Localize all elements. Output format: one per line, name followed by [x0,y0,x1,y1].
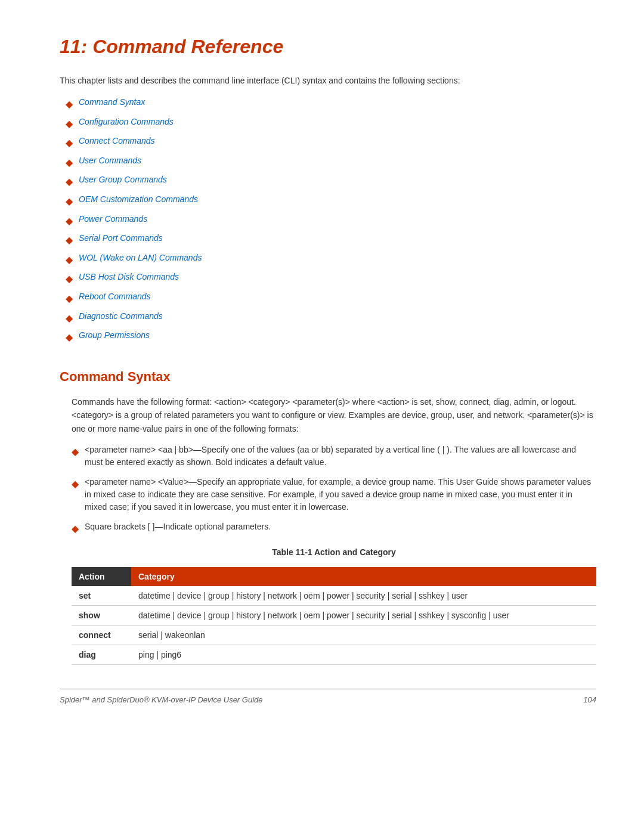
toc-item-5[interactable]: ◆ OEM Customization Commands [66,193,596,209]
syntax-bullet-0: ◆ [72,445,79,459]
toc-item-10[interactable]: ◆ Reboot Commands [66,290,596,306]
toc-bullet-9: ◆ [66,271,73,287]
toc-item-7[interactable]: ◆ Serial Port Commands [66,231,596,248]
toc-link-10[interactable]: Reboot Commands [79,290,151,303]
toc-bullet-6: ◆ [66,213,73,229]
table-header-action: Action [72,567,131,586]
syntax-bullet-1: ◆ [72,477,79,491]
syntax-bullet-text-1: <parameter name> <Value>—Specify an appr… [85,476,596,513]
table-caption: Table 11-1 Action and Category [72,546,596,559]
table-cell-category-2: serial | wakeonlan [131,625,596,645]
toc-bullet-7: ◆ [66,233,73,248]
footer-divider [60,689,596,689]
toc-item-1[interactable]: ◆ Configuration Commands [66,115,596,132]
toc-bullet-10: ◆ [66,291,73,306]
toc-item-9[interactable]: ◆ USB Host Disk Commands [66,270,596,287]
toc-link-1[interactable]: Configuration Commands [79,115,174,128]
toc-bullet-4: ◆ [66,174,73,190]
toc-link-6[interactable]: Power Commands [79,212,147,225]
syntax-bullet-item-0: ◆ <parameter name> <aa | bb>—Specify one… [72,444,596,469]
toc-bullet-8: ◆ [66,252,73,268]
table-cell-action-2: connect [72,625,131,645]
table-cell-category-1: datetime | device | group | history | ne… [131,606,596,625]
table-row: diag ping | ping6 [72,645,596,665]
toc-bullet-3: ◆ [66,155,73,171]
toc-link-3[interactable]: User Commands [79,154,141,167]
toc-bullet-2: ◆ [66,135,73,151]
footer-right: 104 [583,695,596,704]
toc-link-4[interactable]: User Group Commands [79,173,167,186]
toc-item-12[interactable]: ◆ Group Permissions [66,329,596,345]
toc-bullet-0: ◆ [66,97,73,112]
table-header-row: Action Category [72,567,596,586]
table-cell-action-0: set [72,586,131,606]
table-cell-category-3: ping | ping6 [131,645,596,665]
table-cell-action-3: diag [72,645,131,665]
syntax-bullet-item-2: ◆ Square brackets [ ]—Indicate optional … [72,521,596,536]
chapter-intro: This chapter lists and describes the com… [60,75,596,87]
footer-left: Spider™ and SpiderDuo® KVM-over-IP Devic… [60,695,263,704]
command-syntax-title: Command Syntax [60,369,596,385]
table-row: connect serial | wakeonlan [72,625,596,645]
toc-link-8[interactable]: WOL (Wake on LAN) Commands [79,251,202,264]
table-header-category: Category [131,567,596,586]
toc-link-0[interactable]: Command Syntax [79,95,145,109]
syntax-bullet-text-2: Square brackets [ ]—Indicate optional pa… [85,521,271,533]
command-syntax-body: Commands have the following format: <act… [72,395,596,665]
table-cell-action-1: show [72,606,131,625]
table-cell-category-0: datetime | device | group | history | ne… [131,586,596,606]
command-syntax-description: Commands have the following format: <act… [72,395,596,435]
table-row: set datetime | device | group | history … [72,586,596,606]
toc-bullet-11: ◆ [66,311,73,326]
syntax-bullet-list: ◆ <parameter name> <aa | bb>—Specify one… [72,444,596,536]
toc-bullet-1: ◆ [66,116,73,132]
syntax-bullet-text-0: <parameter name> <aa | bb>—Specify one o… [85,444,596,469]
toc-item-4[interactable]: ◆ User Group Commands [66,173,596,190]
syntax-bullet-2: ◆ [72,522,79,536]
toc-item-0[interactable]: ◆ Command Syntax [66,95,596,112]
toc-link-12[interactable]: Group Permissions [79,329,150,342]
action-category-table: Action Category set datetime | device | … [72,567,596,665]
toc-item-6[interactable]: ◆ Power Commands [66,212,596,229]
toc-item-2[interactable]: ◆ Connect Commands [66,134,596,151]
toc-list: ◆ Command Syntax ◆ Configuration Command… [66,95,596,345]
toc-link-7[interactable]: Serial Port Commands [79,231,163,244]
toc-bullet-12: ◆ [66,330,73,345]
toc-item-8[interactable]: ◆ WOL (Wake on LAN) Commands [66,251,596,268]
toc-bullet-5: ◆ [66,194,73,209]
toc-link-9[interactable]: USB Host Disk Commands [79,270,179,283]
toc-link-5[interactable]: OEM Customization Commands [79,193,198,206]
toc-item-3[interactable]: ◆ User Commands [66,154,596,171]
page-footer: Spider™ and SpiderDuo® KVM-over-IP Devic… [60,695,596,704]
chapter-title: 11: Command Reference [60,36,596,58]
table-row: show datetime | device | group | history… [72,606,596,625]
toc-item-11[interactable]: ◆ Diagnostic Commands [66,309,596,326]
toc-link-11[interactable]: Diagnostic Commands [79,309,163,323]
toc-link-2[interactable]: Connect Commands [79,134,155,147]
syntax-bullet-item-1: ◆ <parameter name> <Value>—Specify an ap… [72,476,596,513]
